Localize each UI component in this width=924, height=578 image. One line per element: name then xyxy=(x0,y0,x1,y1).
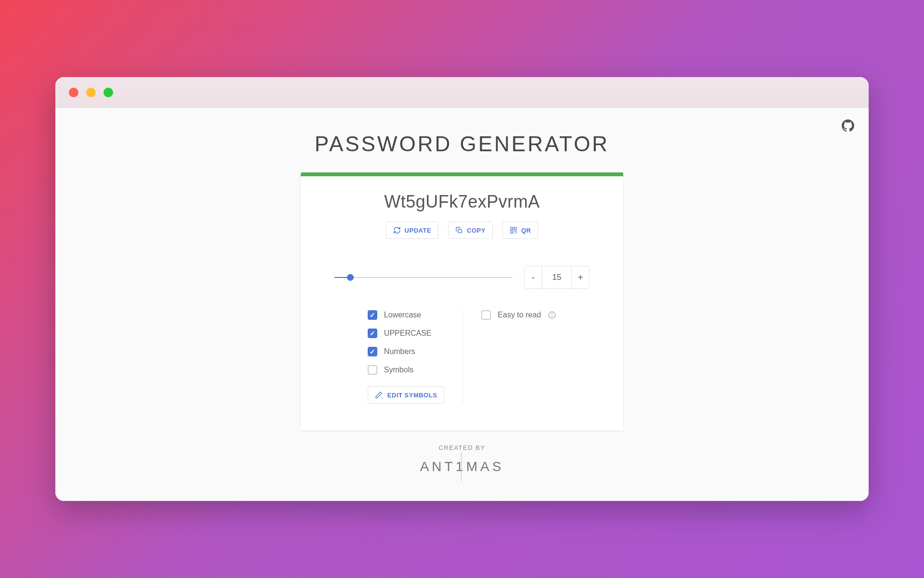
titlebar xyxy=(55,77,869,108)
created-by-label: CREATED BY xyxy=(438,444,485,451)
numbers-option[interactable]: Numbers xyxy=(368,347,445,356)
update-button[interactable]: UPDATE xyxy=(386,222,438,239)
github-icon xyxy=(842,119,854,132)
strength-bar xyxy=(301,172,623,176)
update-button-label: UPDATE xyxy=(405,227,431,234)
symbols-checkbox[interactable] xyxy=(368,365,377,375)
numbers-checkbox[interactable] xyxy=(368,347,377,356)
svg-point-6 xyxy=(552,314,552,314)
length-value[interactable]: 15 xyxy=(542,266,572,289)
qr-icon xyxy=(510,226,517,234)
easy-to-read-option[interactable]: Easy to read xyxy=(481,310,556,320)
action-buttons: UPDATE COPY QR xyxy=(386,222,539,239)
uppercase-label: UPPERCASE xyxy=(384,329,432,338)
logo-part-right: MAS xyxy=(466,459,504,474)
svg-rect-0 xyxy=(458,229,462,233)
browser-window: PASSWORD GENERATOR Wt5gUFk7exPvrmA UPDAT… xyxy=(55,77,869,501)
window-close-button[interactable] xyxy=(69,88,78,97)
copy-button[interactable]: COPY xyxy=(448,222,493,239)
length-slider[interactable] xyxy=(334,272,513,283)
qr-button-label: QR xyxy=(521,227,531,234)
viewport: PASSWORD GENERATOR Wt5gUFk7exPvrmA UPDAT… xyxy=(55,108,869,501)
window-minimize-button[interactable] xyxy=(86,88,96,97)
slider-track xyxy=(334,277,513,278)
svg-rect-3 xyxy=(511,231,513,233)
length-row: - 15 + xyxy=(323,266,601,289)
password-display: Wt5gUFk7exPvrmA xyxy=(384,192,540,212)
increment-button[interactable]: + xyxy=(572,266,589,289)
charset-options: Lowercase UPPERCASE Numbers xyxy=(349,310,463,404)
author-logo[interactable]: ANT 1 MAS xyxy=(420,459,504,474)
easy-to-read-label: Easy to read xyxy=(498,311,541,319)
copy-icon xyxy=(455,226,463,234)
slider-thumb[interactable] xyxy=(347,274,354,281)
length-stepper: - 15 + xyxy=(524,266,590,289)
readability-options: Easy to read xyxy=(463,310,575,404)
refresh-icon xyxy=(393,226,401,234)
github-link[interactable] xyxy=(842,119,854,132)
svg-rect-2 xyxy=(514,227,516,230)
uppercase-checkbox[interactable] xyxy=(368,328,377,338)
edit-symbols-button[interactable]: EDIT SYMBOLS xyxy=(368,386,445,404)
lowercase-checkbox[interactable] xyxy=(368,310,377,320)
page-title: PASSWORD GENERATOR xyxy=(315,132,609,156)
pencil-icon xyxy=(375,391,383,399)
footer: CREATED BY ANT 1 MAS xyxy=(420,444,504,494)
logo-part-mid: 1 xyxy=(456,459,466,474)
window-maximize-button[interactable] xyxy=(103,88,113,97)
lowercase-label: Lowercase xyxy=(384,311,421,319)
qr-button[interactable]: QR xyxy=(502,222,539,239)
info-icon[interactable] xyxy=(548,311,556,319)
page-content: PASSWORD GENERATOR Wt5gUFk7exPvrmA UPDAT… xyxy=(55,108,869,494)
logo-part-left: ANT xyxy=(420,459,456,474)
symbols-option[interactable]: Symbols xyxy=(368,365,445,375)
copy-button-label: COPY xyxy=(467,227,486,234)
easy-to-read-checkbox[interactable] xyxy=(481,310,491,320)
lowercase-option[interactable]: Lowercase xyxy=(368,310,445,320)
numbers-label: Numbers xyxy=(384,347,415,356)
options-container: Lowercase UPPERCASE Numbers xyxy=(323,310,601,404)
edit-symbols-label: EDIT SYMBOLS xyxy=(387,392,437,399)
decrement-button[interactable]: - xyxy=(525,266,542,289)
generator-card: Wt5gUFk7exPvrmA UPDATE COPY QR xyxy=(301,172,623,431)
svg-rect-1 xyxy=(511,227,513,230)
traffic-lights xyxy=(69,88,113,97)
uppercase-option[interactable]: UPPERCASE xyxy=(368,328,445,338)
symbols-label: Symbols xyxy=(384,366,413,374)
